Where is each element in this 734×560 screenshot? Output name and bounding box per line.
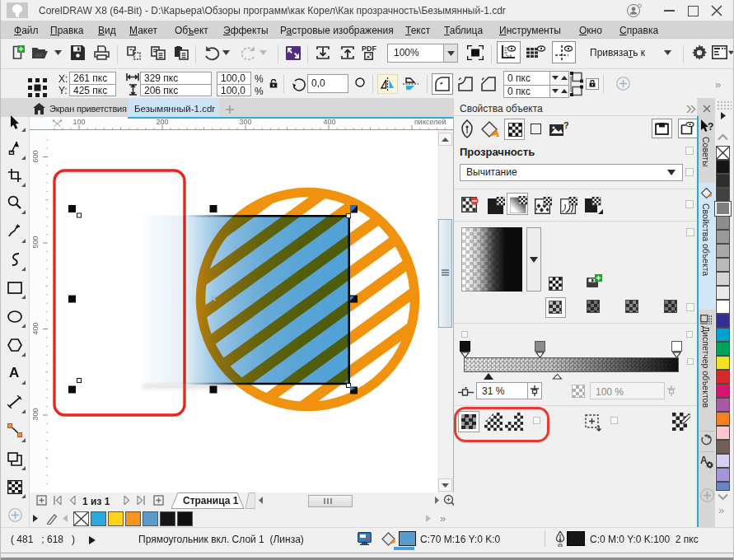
svg-text:400: 400 — [31, 322, 40, 334]
svg-text:200: 200 — [156, 118, 168, 126]
svg-text:пикселей: пикселей — [414, 118, 446, 126]
svg-text:400: 400 — [323, 118, 335, 126]
svg-text:300: 300 — [31, 408, 40, 420]
svg-text:?: ? — [708, 121, 713, 133]
svg-text:100: 100 — [72, 118, 85, 126]
svg-text:300: 300 — [239, 118, 251, 126]
svg-text:600: 600 — [31, 150, 40, 162]
svg-text:500: 500 — [31, 236, 40, 248]
svg-text:?: ? — [563, 121, 568, 130]
